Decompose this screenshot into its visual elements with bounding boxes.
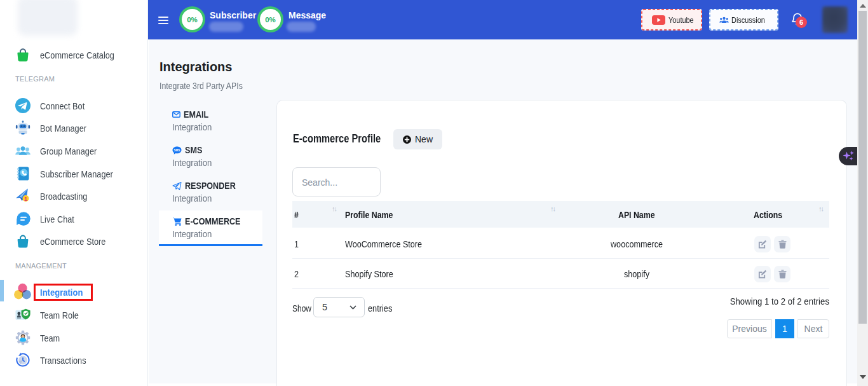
svg-text:1: 1 bbox=[24, 196, 27, 202]
svg-text:SMS: SMS bbox=[174, 149, 180, 152]
